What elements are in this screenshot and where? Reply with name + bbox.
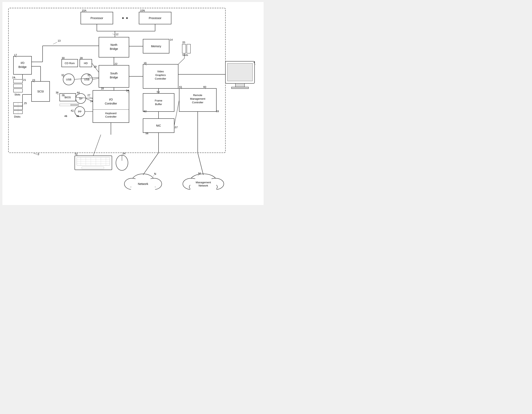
tape-strip [71,104,79,106]
pp-label: PP [78,110,81,113]
label-62: 62 [144,110,146,113]
south-bridge-label2: Bridge [110,76,118,79]
diagram-page: 3 Processor 10A Processor 10N 12 North B… [2,2,264,205]
rmc-label3: Controller [192,101,203,104]
slot-1 [13,79,22,83]
slot-2 [13,84,22,88]
monitor-screen-inner [228,63,253,81]
label-25: 25 [24,102,27,105]
label-10n: 10N [140,9,145,12]
svg-rect-4 [131,179,155,193]
label-44: 44 [77,91,80,94]
memory-label: Memory [151,45,161,48]
disk-3 [13,111,22,114]
rmc-label2: Management [190,97,205,100]
dot1 [122,17,124,19]
keyboard-label1: Keyboard [105,112,116,115]
label-18: 18 [101,87,104,90]
nic-rmc-line [174,100,179,125]
label-10a: 10A [82,9,86,12]
arrow-27 [89,97,93,98]
tape-strip2 [60,104,71,106]
label-28: 28 [80,57,83,59]
disk-1 [13,103,22,106]
label-32b: 32 [87,74,90,77]
label-59: 59 [216,110,219,113]
label-20: 20 [182,41,185,44]
label-21: 21 [23,78,26,81]
video-label1: Video [157,70,164,73]
label-23: 23 [32,78,35,82]
rmc-mgmt-line [198,153,203,175]
label-42: 42 [71,109,74,112]
label-19a: 19 [12,76,15,79]
usb1-label: USB [66,78,72,81]
architecture-diagram: 3 Processor 10A Processor 10N 12 North B… [2,2,264,205]
frame-buffer-label2: Buffer [155,103,162,106]
label-13: 13 [58,39,60,42]
arrow-3 [34,153,38,154]
label-38: 38 [76,115,79,117]
label-4: 4 [254,61,255,64]
label-61: 61 [179,86,182,88]
frame-buffer-box [143,94,174,112]
slot-r1 [182,44,186,53]
label-16: 16 [144,61,146,65]
label-58: 58 [157,90,160,94]
slots-left-label: Slots [14,93,20,96]
rmc-label1: Remote [193,94,202,97]
slot-3 [13,89,22,92]
io-bridge-label1: I/O [21,61,25,65]
io-controller-label1: I/O [109,98,113,101]
bios-label: BIOS [65,96,71,99]
label-3: 3 [38,153,39,156]
north-bridge-label2: Bridge [110,47,118,50]
slots-right-label: Slots [182,53,188,57]
monitor-stand [236,83,245,87]
arrow-N [153,175,154,176]
slot-r2 [187,44,190,53]
video-label3: Controller [155,77,166,80]
label-46: 46 [64,115,67,117]
label-19b: 19 [94,65,96,68]
nic-network-line [143,153,159,175]
label-34: 34 [126,89,129,92]
nic-label: NIC [156,124,161,127]
arrow-36 [57,94,59,95]
label-N: N [154,172,156,175]
keyboard-label2: Controller [105,115,117,118]
frame-buffer-label1: Frame [155,99,162,102]
north-bridge-label1: North [111,43,117,47]
label-17: 17 [14,53,17,57]
label-60: 60 [203,86,206,88]
slots-r-to-vgc [178,58,184,64]
label-56: 56 [145,132,148,135]
mgmt-network-label1: Management [196,181,211,184]
south-bridge-label1: South [110,72,118,75]
processor-a-label: Processor [90,17,103,20]
label-52: 52 [75,152,77,155]
video-label2: Graphics [155,74,166,77]
disks-label: Disks [14,115,20,118]
label-27: 27 [87,94,90,97]
kb-spacebar [82,167,104,169]
dot2 [126,17,128,19]
label-22: 22 [114,62,117,65]
label-12: 12 [115,33,118,36]
cdrom-label: CD Rom [65,62,75,65]
disk-2 [13,106,22,110]
label-32a: 32 [61,74,64,77]
usb2-sb-line [92,78,99,79]
label-36: 36 [56,91,58,94]
monitor-base [231,87,248,89]
network-label: Network [138,182,148,185]
processor-n-label: Processor [149,17,161,20]
label-54: 54 [123,152,125,155]
label-14: 14 [170,38,172,41]
label-M: M [198,172,201,175]
scsi-label: SCSI [37,90,44,93]
label-30: 30 [62,57,65,59]
label-26: 26 [62,94,65,97]
label-57: 57 [175,126,178,129]
arrow-12 [113,34,115,35]
